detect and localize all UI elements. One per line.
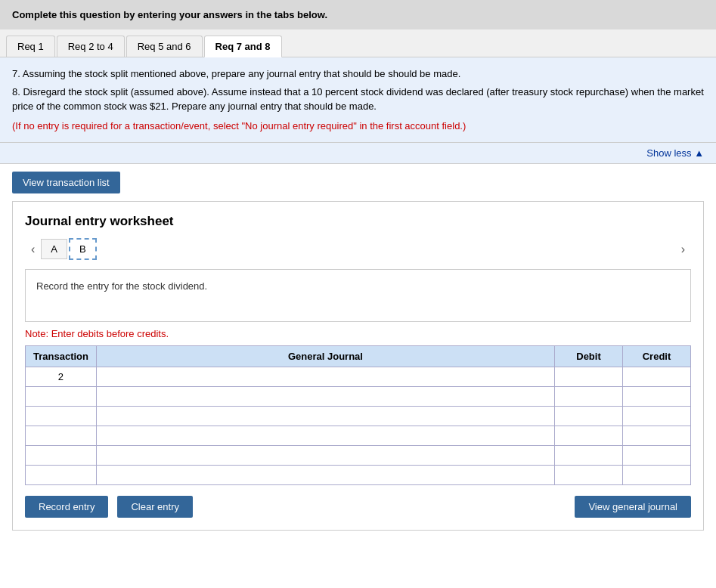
- info-line1: 7. Assuming the stock split mentioned ab…: [12, 67, 704, 82]
- red-note: (If no entry is required for a transacti…: [12, 119, 704, 134]
- clear-entry-button[interactable]: Clear entry: [117, 496, 193, 518]
- prev-entry-tab[interactable]: ‹: [25, 240, 41, 259]
- table-row: [26, 446, 691, 466]
- table-row: [26, 426, 691, 446]
- record-entry-button[interactable]: Record entry: [25, 496, 108, 518]
- tab-req1[interactable]: Req 1: [6, 36, 55, 57]
- col-header-general-journal: General Journal: [96, 346, 554, 367]
- debit-cell[interactable]: [555, 407, 623, 426]
- col-header-debit: Debit: [555, 346, 623, 367]
- col-header-credit: Credit: [623, 346, 691, 367]
- credit-input[interactable]: [623, 466, 690, 484]
- tabs-bar: Req 1 Req 2 to 4 Req 5 and 6 Req 7 and 8: [0, 29, 716, 57]
- txn-cell: 2: [26, 367, 97, 387]
- table-row: 2: [26, 367, 691, 387]
- journal-input[interactable]: [97, 367, 554, 386]
- tab-req7and8[interactable]: Req 7 and 8: [204, 36, 282, 57]
- credit-input[interactable]: [623, 367, 690, 386]
- credit-cell[interactable]: [623, 426, 691, 446]
- action-buttons: Record entry Clear entry View general jo…: [25, 496, 691, 518]
- journal-input[interactable]: [97, 426, 554, 445]
- debit-cell[interactable]: [555, 446, 623, 466]
- debit-cell[interactable]: [555, 466, 623, 485]
- tab-req5and6[interactable]: Req 5 and 6: [126, 36, 203, 57]
- note-text: Note: Enter debits before credits.: [25, 328, 691, 339]
- credit-input[interactable]: [623, 446, 690, 465]
- debit-input[interactable]: [555, 446, 622, 465]
- debit-input[interactable]: [555, 387, 622, 406]
- journal-input[interactable]: [97, 446, 554, 465]
- credit-cell[interactable]: [623, 446, 691, 466]
- table-row: [26, 407, 691, 426]
- journal-cell[interactable]: [96, 407, 554, 426]
- txn-cell: [26, 387, 97, 407]
- journal-input[interactable]: [97, 407, 554, 426]
- journal-cell[interactable]: [96, 466, 554, 485]
- txn-cell: [26, 426, 97, 446]
- journal-cell[interactable]: [96, 446, 554, 466]
- credit-cell[interactable]: [623, 387, 691, 407]
- credit-input[interactable]: [623, 426, 690, 445]
- debit-cell[interactable]: [555, 367, 623, 387]
- txn-cell: [26, 446, 97, 466]
- entry-tabs: ‹ A B ›: [25, 238, 691, 260]
- info-line2: 8. Disregard the stock split (assumed ab…: [12, 85, 704, 114]
- view-transaction-section: View transaction list: [12, 172, 704, 193]
- journal-cell[interactable]: [96, 387, 554, 407]
- top-banner: Complete this question by entering your …: [0, 0, 716, 29]
- debit-input[interactable]: [555, 367, 622, 386]
- debit-input[interactable]: [555, 426, 622, 445]
- info-box: 7. Assuming the stock split mentioned ab…: [0, 57, 716, 143]
- next-entry-tab[interactable]: ›: [675, 240, 691, 259]
- entry-description-box: Record the entry for the stock dividend.: [25, 269, 691, 322]
- worksheet-title: Journal entry worksheet: [25, 214, 691, 229]
- journal-input[interactable]: [97, 466, 554, 484]
- debit-input[interactable]: [555, 466, 622, 484]
- banner-text: Complete this question by entering your …: [12, 9, 327, 20]
- view-transaction-button[interactable]: View transaction list: [12, 172, 120, 193]
- show-less-bar: Show less ▲: [0, 143, 716, 164]
- col-header-transaction: Transaction: [26, 346, 97, 367]
- worksheet-container: Journal entry worksheet ‹ A B › Record t…: [12, 201, 704, 531]
- credit-cell[interactable]: [623, 367, 691, 387]
- journal-input[interactable]: [97, 387, 554, 406]
- view-general-journal-button[interactable]: View general journal: [575, 496, 691, 518]
- tab-req2to4[interactable]: Req 2 to 4: [57, 36, 125, 57]
- credit-cell[interactable]: [623, 466, 691, 485]
- journal-cell[interactable]: [96, 367, 554, 387]
- debit-cell[interactable]: [555, 426, 623, 446]
- credit-input[interactable]: [623, 407, 690, 426]
- credit-cell[interactable]: [623, 407, 691, 426]
- entry-description-text: Record the entry for the stock dividend.: [36, 280, 207, 292]
- journal-table: Transaction General Journal Debit Credit…: [25, 345, 691, 485]
- entry-tab-b[interactable]: B: [69, 238, 97, 260]
- debit-cell[interactable]: [555, 387, 623, 407]
- journal-cell[interactable]: [96, 426, 554, 446]
- txn-cell: [26, 466, 97, 485]
- table-row: [26, 387, 691, 407]
- debit-input[interactable]: [555, 407, 622, 426]
- entry-tab-a[interactable]: A: [41, 239, 67, 259]
- table-row: [26, 466, 691, 485]
- show-less-link[interactable]: Show less ▲: [646, 147, 704, 159]
- txn-cell: [26, 407, 97, 426]
- credit-input[interactable]: [623, 387, 690, 406]
